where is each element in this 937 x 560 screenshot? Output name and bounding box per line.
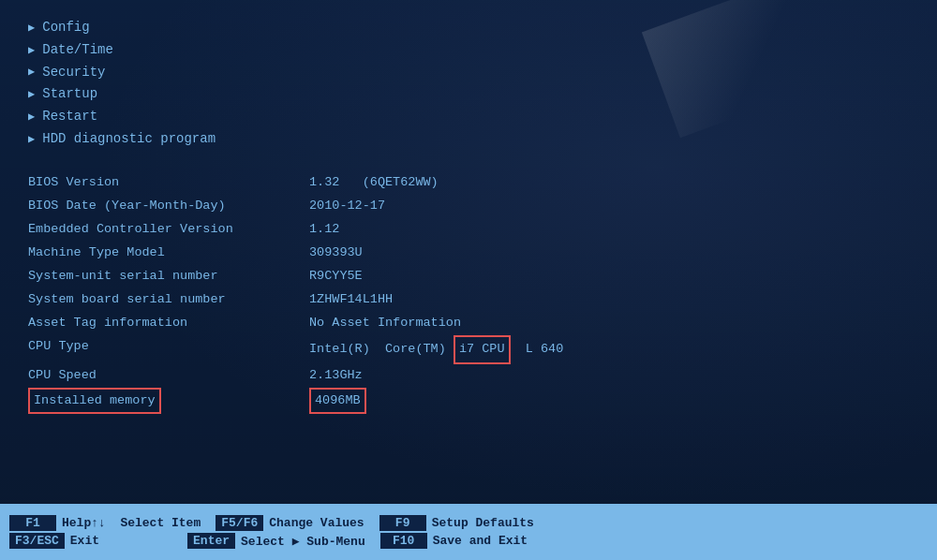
menu-item-security[interactable]: ▶ Security [28, 62, 909, 84]
f5f6-label: Change Values [263, 516, 379, 530]
table-row: Asset Tag information No Asset Informati… [28, 312, 909, 335]
table-row-memory: Installed memory 4096MB [28, 388, 909, 415]
arrow-icon: ▶ [28, 19, 35, 37]
info-value: Intel(R) Core(TM) i7 CPU L 640 [309, 335, 909, 364]
menu-item-config[interactable]: ▶ Config [28, 17, 909, 39]
footer-row-1: F1 Help↑↓ Select Item F5/F6 Change Value… [9, 515, 928, 531]
cpu-highlight: i7 CPU [454, 335, 511, 364]
info-value: 4096MB [309, 388, 909, 415]
info-label: Embedded Controller Version [28, 218, 309, 242]
info-value: 1ZHWF14L1HH [309, 288, 909, 312]
info-label: BIOS Version [28, 171, 309, 195]
menu-item-hdd[interactable]: ▶ HDD diagnostic program [28, 128, 909, 151]
table-row: CPU Speed 2.13GHz [28, 364, 909, 388]
arrow-icon: ▶ [28, 41, 35, 60]
menu-item-restart[interactable]: ▶ Restart [28, 106, 909, 128]
arrow-icon: ▶ [28, 85, 35, 104]
footer-bar: F1 Help↑↓ Select Item F5/F6 Change Value… [0, 504, 937, 560]
f5f6-key: F5/F6 [216, 515, 263, 531]
info-value: 2.13GHz [309, 364, 909, 388]
info-value: No Asset Information [309, 312, 909, 335]
info-value: R9CYY5E [309, 265, 909, 288]
menu-label: Restart [42, 106, 97, 128]
arrow-icon: ▶ [28, 63, 35, 81]
info-value: 2010-12-17 [309, 195, 909, 218]
installed-memory-value: 4096MB [309, 388, 366, 415]
table-row: Machine Type Model 309393U [28, 242, 909, 265]
arrow-icon: ▶ [28, 130, 35, 149]
info-label: System-unit serial number [28, 265, 309, 288]
menu-label: Startup [42, 83, 97, 106]
table-row: System-unit serial number R9CYY5E [28, 265, 909, 288]
f1-label: Help↑↓ Select Item [56, 516, 216, 530]
menu-label: Date/Time [42, 39, 113, 62]
arrow-icon: ▶ [28, 108, 35, 126]
table-row: Embedded Controller Version 1.12 [28, 218, 909, 242]
f9-label: Setup Defaults [426, 516, 549, 530]
info-table: BIOS Version 1.32 (6QET62WW) BIOS Date (… [28, 171, 909, 415]
f3esc-key: F3/ESC [9, 533, 65, 549]
info-label: System board serial number [28, 288, 309, 312]
menu-item-datetime[interactable]: ▶ Date/Time [28, 39, 909, 62]
menu-item-startup[interactable]: ▶ Startup [28, 83, 909, 106]
info-value: 1.12 [309, 218, 909, 242]
info-label: Installed memory [28, 388, 309, 415]
installed-memory-label: Installed memory [28, 388, 161, 415]
menu-label: HDD diagnostic program [42, 128, 216, 151]
info-label: BIOS Date (Year-Month-Day) [28, 195, 309, 218]
f10-key: F10 [380, 533, 427, 549]
menu-label: Security [42, 62, 105, 84]
table-row: System board serial number 1ZHWF14L1HH [28, 288, 909, 312]
f3esc-label: Exit [65, 534, 187, 548]
bios-screen: ▶ Config ▶ Date/Time ▶ Security ▶ Startu… [0, 0, 937, 560]
enter-key: Enter [187, 533, 235, 549]
info-label: CPU Type [28, 335, 309, 364]
cpu-type-prefix: Intel(R) Core(TM) [309, 342, 454, 356]
info-value: 309393U [309, 242, 909, 265]
table-row-cpu-type: CPU Type Intel(R) Core(TM) i7 CPU L 640 [28, 335, 909, 364]
footer-row-2: F3/ESC Exit Enter Select ▶ Sub-Menu F10 … [9, 533, 928, 549]
info-label: CPU Speed [28, 364, 309, 388]
info-value: 1.32 (6QET62WW) [309, 171, 909, 195]
f9-key: F9 [379, 515, 426, 531]
table-row: BIOS Version 1.32 (6QET62WW) [28, 171, 909, 195]
info-label: Asset Tag information [28, 312, 309, 335]
cpu-type-suffix: L 640 [511, 342, 564, 356]
main-content: ▶ Config ▶ Date/Time ▶ Security ▶ Startu… [0, 0, 937, 504]
menu-items: ▶ Config ▶ Date/Time ▶ Security ▶ Startu… [28, 17, 909, 151]
table-row: BIOS Date (Year-Month-Day) 2010-12-17 [28, 195, 909, 218]
menu-label: Config [42, 17, 89, 39]
f1-key: F1 [9, 515, 56, 531]
info-label: Machine Type Model [28, 242, 309, 265]
f10-label: Save and Exit [427, 534, 543, 548]
enter-label: Select ▶ Sub-Menu [235, 534, 380, 549]
